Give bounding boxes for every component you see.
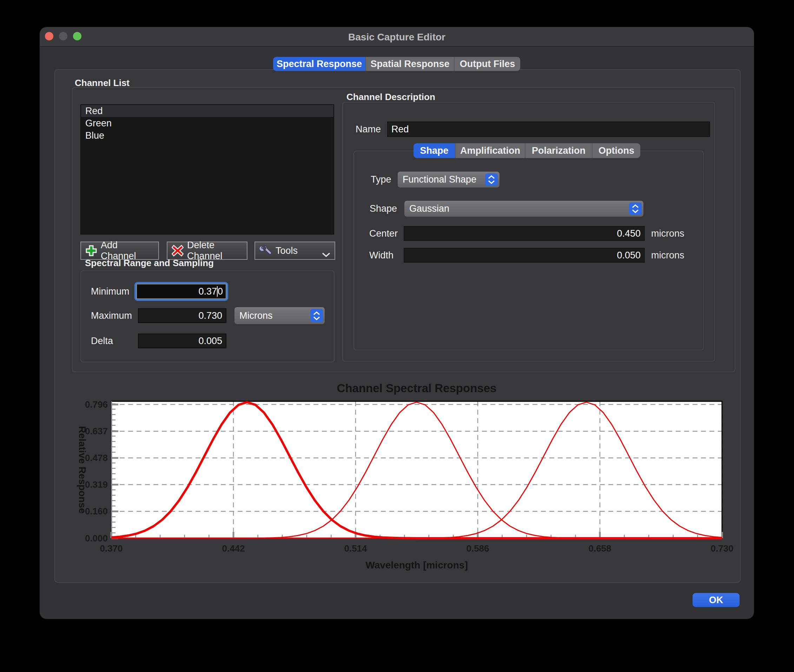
shape-select[interactable]: Gaussian xyxy=(404,201,644,217)
width-units-label: microns xyxy=(651,248,684,262)
channel-listbox[interactable]: Red Green Blue xyxy=(80,104,334,235)
name-label: Name xyxy=(356,122,381,137)
shape-label: Shape xyxy=(370,201,397,217)
type-select[interactable]: Functional Shape xyxy=(398,172,500,187)
type-label: Type xyxy=(371,172,391,187)
basic-capture-editor-window: Basic Capture Editor Spectral Response S… xyxy=(40,27,754,619)
units-select[interactable]: Microns xyxy=(235,307,325,324)
chevron-down-icon xyxy=(321,252,331,258)
units-value: Microns xyxy=(240,310,273,321)
tools-button[interactable]: Tools xyxy=(254,242,335,260)
add-channel-button[interactable]: Add Channel xyxy=(80,242,159,260)
list-item-red[interactable]: Red xyxy=(81,105,334,117)
channel-description-group-label: Channel Description xyxy=(347,92,435,102)
select-stepper-icon xyxy=(485,173,498,186)
tab-options[interactable]: Options xyxy=(592,143,640,158)
center-units-label: microns xyxy=(651,226,684,241)
delta-input[interactable]: 0.005 xyxy=(138,334,227,348)
tab-spatial-response[interactable]: Spatial Response xyxy=(366,57,454,71)
tab-spectral-response[interactable]: Spectral Response xyxy=(273,57,366,71)
type-value: Functional Shape xyxy=(403,174,476,185)
tab-polarization[interactable]: Polarization xyxy=(525,143,592,158)
delete-x-icon xyxy=(172,245,184,257)
description-tab-bar: Shape Amplification Polarization Options xyxy=(414,143,640,158)
delete-channel-button[interactable]: Delete Channel xyxy=(167,242,248,260)
tab-amplification[interactable]: Amplification xyxy=(455,143,525,158)
maximum-input[interactable]: 0.730 xyxy=(138,308,227,323)
channel-list-group-label: Channel List xyxy=(75,78,129,88)
main-tab-bar: Spectral Response Spatial Response Outpu… xyxy=(273,57,520,71)
title-bar: Basic Capture Editor xyxy=(40,27,754,47)
select-stepper-icon xyxy=(629,203,642,215)
width-input[interactable]: 0.050 xyxy=(404,248,645,262)
center-input[interactable]: 0.450 xyxy=(404,226,645,241)
list-item-green[interactable]: Green xyxy=(81,117,334,130)
add-plus-icon xyxy=(85,245,97,257)
width-label: Width xyxy=(369,248,393,262)
center-label: Center xyxy=(369,226,398,241)
name-input[interactable]: Red xyxy=(387,122,710,137)
select-stepper-icon xyxy=(310,309,323,322)
window-title: Basic Capture Editor xyxy=(40,32,754,43)
minimum-label: Minimum xyxy=(91,283,129,300)
maximum-label: Maximum xyxy=(91,308,132,323)
delta-label: Delta xyxy=(91,334,113,348)
shape-value: Gaussian xyxy=(409,203,449,214)
wrench-icon xyxy=(259,244,272,257)
minimum-field-focus-ring: 0.370 xyxy=(134,282,228,301)
ok-button[interactable]: OK xyxy=(693,593,740,607)
tools-label: Tools xyxy=(276,245,298,256)
spectral-range-group-label: Spectral Range and Sampling xyxy=(85,258,214,269)
tab-shape[interactable]: Shape xyxy=(414,143,455,158)
minimum-value: 0.37 xyxy=(198,286,217,297)
tab-output-files[interactable]: Output Files xyxy=(454,57,520,71)
list-item-blue[interactable]: Blue xyxy=(81,130,334,142)
minimum-input[interactable]: 0.370 xyxy=(136,284,227,299)
